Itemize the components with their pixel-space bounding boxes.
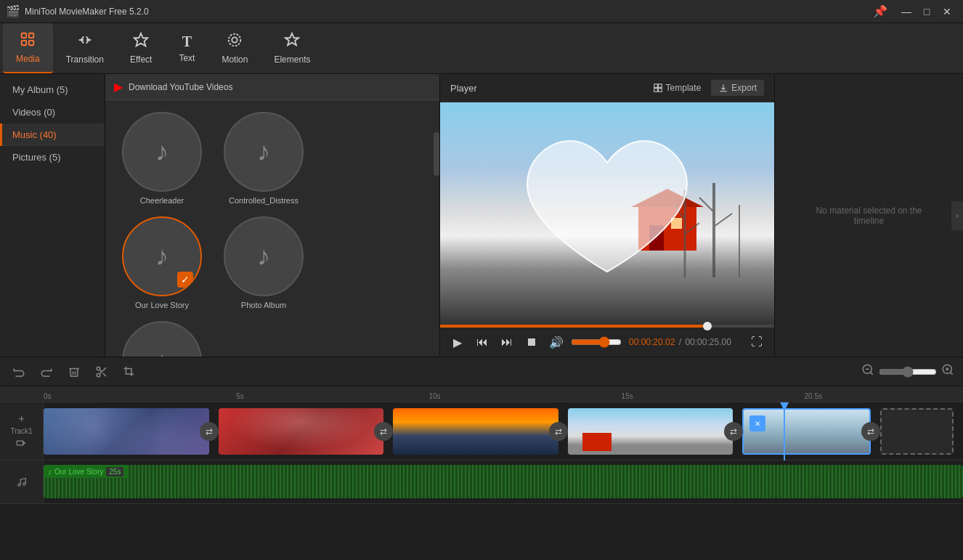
zoom-in-button[interactable]	[941, 363, 954, 380]
app-title: MiniTool MovieMaker Free 5.2.0	[25, 7, 873, 17]
maximize-button[interactable]: □	[917, 4, 937, 20]
transition-2[interactable]: ⇄	[374, 422, 393, 441]
music-note-label: ♪	[48, 468, 52, 476]
transition-5[interactable]: ⇄	[861, 422, 880, 441]
effect-icon	[133, 32, 149, 52]
close-button[interactable]: ✕	[937, 4, 957, 20]
svg-rect-3	[29, 41, 33, 45]
media-item-our-love-story[interactable]: ♪ ✓ Our Love Story	[111, 211, 213, 315]
clip3-frame	[393, 408, 558, 455]
video-clip-2[interactable]	[219, 408, 384, 455]
toolbar-item-effect[interactable]: Effect	[117, 23, 165, 73]
video-clip-5[interactable]: ✕	[742, 408, 871, 455]
toolbar-item-motion[interactable]: Motion	[208, 23, 261, 73]
time-display: 00:00:20.02 / 00:00:25.00	[629, 337, 731, 347]
timeline-toolbar	[0, 357, 963, 386]
svg-line-25	[103, 373, 106, 376]
ruler-5s: 5s	[236, 392, 244, 400]
effect-label: Effect	[130, 54, 152, 65]
media-item-photo-book[interactable]: ♪ Photo Book	[111, 315, 213, 357]
video-clip-6[interactable]	[880, 408, 954, 455]
ruler-15s: 15s	[622, 392, 633, 400]
progress-bar[interactable]	[440, 325, 774, 328]
delete-button[interactable]	[64, 362, 84, 382]
sidebar-item-pictures[interactable]: Pictures (5)	[0, 146, 105, 169]
zoom-out-button[interactable]	[861, 363, 874, 380]
toolbar-item-transition[interactable]: Transition	[53, 23, 117, 73]
clip2-overlay	[219, 408, 384, 455]
track-add-icon[interactable]: +	[18, 413, 24, 424]
transition-3[interactable]: ⇄	[549, 422, 568, 441]
toolbar-item-media[interactable]: Media	[3, 23, 53, 73]
media-thumb-photo-book: ♪	[122, 321, 202, 357]
media-item-photo-album[interactable]: ♪ Photo Album	[213, 211, 314, 315]
media-item-name-photo-album: Photo Album	[219, 301, 309, 309]
music-clip[interactable]: ♪ Our Love Story 25s	[44, 465, 963, 498]
transition-1[interactable]: ⇄	[200, 422, 219, 441]
minimize-button[interactable]: —	[896, 4, 917, 20]
panel-expand-arrow[interactable]: ›	[951, 201, 963, 230]
volume-button[interactable]: 🔊	[546, 332, 566, 352]
sidebar-item-my-album[interactable]: My Album (5)	[0, 78, 105, 101]
svg-rect-1	[29, 33, 33, 38]
media-thumb-our-love-story: ♪ ✓	[122, 216, 202, 296]
media-grid: ♪ Cheerleader ♪ Controlled_Distress ♪ ✓ …	[105, 100, 439, 357]
media-item-cheerleader[interactable]: ♪ Cheerleader	[111, 106, 213, 211]
progress-handle[interactable]	[703, 322, 712, 330]
download-youtube-bar[interactable]: ▶ Download YouTube Videos	[105, 74, 439, 100]
toolbar-item-elements[interactable]: Elements	[261, 23, 323, 73]
crop-button[interactable]	[119, 362, 139, 382]
player-area: Player Template Export	[439, 74, 774, 357]
progress-fill	[440, 325, 707, 328]
toolbar-item-text[interactable]: T Text	[165, 23, 208, 73]
template-icon	[653, 83, 663, 93]
media-item-name-cheerleader: Cheerleader	[117, 196, 207, 205]
pin-icon[interactable]: 📌	[873, 4, 887, 18]
timeline-content: 0s 5s 10s 15s 20.5s 25s + Track1	[0, 386, 963, 560]
cut-button[interactable]	[92, 362, 112, 382]
media-grid-area: ▶ Download YouTube Videos ♪ Cheerleader …	[105, 74, 439, 357]
export-icon	[718, 83, 728, 93]
elements-icon	[284, 32, 300, 52]
redo-button[interactable]	[36, 362, 57, 382]
scrollbar-thumb[interactable]	[434, 132, 439, 176]
video-clip-4[interactable]	[568, 408, 734, 455]
next-button[interactable]: ⏭	[497, 332, 517, 352]
media-thumb-cheerleader: ♪	[122, 112, 202, 192]
volume-slider[interactable]	[571, 336, 622, 348]
player-controls: ▶ ⏮ ⏭ ⏹ 🔊 00:00:20.02 / 00:00:25.00 ⛶	[440, 328, 774, 357]
fullscreen-button[interactable]: ⛶	[747, 332, 767, 352]
svg-rect-7	[654, 84, 657, 88]
export-button[interactable]: Export	[711, 80, 764, 96]
prev-button[interactable]: ⏮	[472, 332, 492, 352]
media-item-controlled-distress[interactable]: ♪ Controlled_Distress	[213, 106, 314, 211]
video-clip-3[interactable]	[393, 408, 558, 455]
media-label: Media	[16, 54, 40, 64]
playhead-head	[780, 402, 789, 407]
transition-4[interactable]: ⇄	[724, 422, 743, 441]
svg-rect-9	[654, 89, 657, 92]
video-clip-1[interactable]	[44, 408, 209, 455]
elements-label: Elements	[274, 54, 310, 65]
play-button[interactable]: ▶	[447, 332, 468, 352]
sidebar-item-music[interactable]: Music (40)	[0, 123, 105, 146]
player-header: Player Template Export	[440, 74, 774, 102]
title-bar: 🎬 MiniTool MovieMaker Free 5.2.0 📌 — □ ✕	[0, 0, 963, 23]
music-clip-duration: 25s	[106, 467, 123, 476]
undo-button[interactable]	[9, 362, 29, 382]
svg-line-31	[950, 372, 952, 374]
svg-point-22	[97, 367, 100, 370]
music-note-icon: ♪	[155, 137, 168, 167]
template-button[interactable]: Template	[646, 80, 709, 96]
zoom-controls	[861, 363, 954, 380]
zoom-slider[interactable]	[879, 366, 937, 378]
sidebar-item-videos[interactable]: Videos (0)	[0, 101, 105, 123]
time-current: 00:00:20.02	[629, 337, 675, 347]
cut-badge: ✕	[749, 415, 765, 431]
playhead[interactable]	[784, 402, 785, 460]
track-label: + Track1	[0, 402, 44, 460]
track-video-icon	[16, 438, 26, 450]
stop-button[interactable]: ⏹	[521, 332, 542, 352]
track-name: Track1	[10, 427, 32, 435]
heart-svg	[513, 126, 702, 301]
